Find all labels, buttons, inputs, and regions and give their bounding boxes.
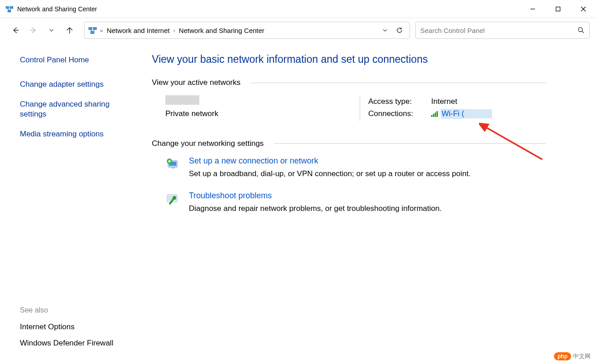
php-badge: php <box>554 352 571 360</box>
svg-rect-12 <box>93 27 97 30</box>
refresh-button[interactable] <box>392 23 407 37</box>
access-type-label: Access type: <box>368 96 430 107</box>
watermark: php 中文网 <box>554 352 591 360</box>
new-connection-icon <box>165 157 181 173</box>
breadcrumb-overflow[interactable]: « <box>99 27 104 34</box>
control-panel-home-link[interactable]: Control Panel Home <box>20 55 124 65</box>
connections-label: Connections: <box>368 108 430 120</box>
breadcrumb-network-internet[interactable]: Network and Internet <box>104 22 172 38</box>
main-panel: View your basic network information and … <box>145 42 596 364</box>
troubleshoot-link[interactable]: Troubleshoot problems <box>189 191 441 201</box>
forward-button[interactable] <box>24 21 42 39</box>
window-title: Network and Sharing Center <box>17 5 520 13</box>
svg-rect-0 <box>6 6 9 9</box>
svg-rect-20 <box>171 167 175 168</box>
navigation-bar: « Network and Internet › Network and Sha… <box>0 18 596 42</box>
address-bar[interactable]: « Network and Internet › Network and Sha… <box>84 22 410 39</box>
see-also-defender-firewall[interactable]: Windows Defender Firewall <box>20 339 145 348</box>
breadcrumb-network-sharing[interactable]: Network and Sharing Center <box>176 22 267 38</box>
svg-line-3 <box>7 9 9 10</box>
active-network-block: Private network Access type: Internet Co… <box>152 95 546 121</box>
change-settings-heading: Change your networking settings <box>152 139 264 148</box>
network-type-label: Private network <box>165 109 360 118</box>
sidebar-link-adapter[interactable]: Change adapter settings <box>20 79 124 89</box>
setting-troubleshoot: Troubleshoot problems Diagnose and repai… <box>152 191 546 213</box>
svg-rect-6 <box>556 7 560 11</box>
access-type-value: Internet <box>431 96 492 107</box>
wifi-signal-icon <box>431 111 438 117</box>
search-input[interactable] <box>420 27 577 34</box>
up-button[interactable] <box>61 21 79 39</box>
troubleshoot-icon <box>165 192 181 207</box>
watermark-text: 中文网 <box>573 352 591 360</box>
svg-line-14 <box>90 30 92 31</box>
network-center-icon <box>88 26 97 35</box>
sidebar: Control Panel Home Change adapter settin… <box>0 42 145 364</box>
close-button[interactable] <box>571 0 596 18</box>
page-heading: View your basic network information and … <box>152 53 546 65</box>
search-icon[interactable] <box>577 27 585 34</box>
troubleshoot-desc: Diagnose and repair network problems, or… <box>189 204 441 213</box>
setting-new-connection: Set up a new connection or network Set u… <box>152 156 546 178</box>
sidebar-link-media-streaming[interactable]: Media streaming options <box>20 129 124 139</box>
see-also-internet-options[interactable]: Internet Options <box>20 322 145 331</box>
svg-line-4 <box>10 9 11 10</box>
active-networks-heading: View your active networks <box>152 78 240 87</box>
svg-rect-1 <box>10 6 13 9</box>
network-center-icon <box>5 5 14 13</box>
setup-connection-link[interactable]: Set up a new connection or network <box>189 156 471 166</box>
svg-rect-13 <box>91 31 94 34</box>
setup-connection-desc: Set up a broadband, dial-up, or VPN conn… <box>189 169 471 178</box>
svg-rect-2 <box>8 10 11 12</box>
svg-line-17 <box>582 31 584 33</box>
svg-point-26 <box>173 196 176 200</box>
wifi-name-redacted <box>465 109 492 118</box>
back-button[interactable] <box>6 21 24 39</box>
address-dropdown[interactable] <box>378 23 392 37</box>
minimize-button[interactable] <box>520 0 545 18</box>
search-box[interactable] <box>415 22 590 39</box>
maximize-button[interactable] <box>545 0 571 18</box>
sidebar-link-advanced-sharing[interactable]: Change advanced sharing settings <box>20 99 124 119</box>
network-name-redacted <box>165 95 199 105</box>
svg-line-15 <box>93 30 94 31</box>
svg-point-16 <box>578 28 582 32</box>
svg-rect-11 <box>89 27 92 30</box>
see-also-heading: See also <box>20 306 145 314</box>
recent-dropdown[interactable] <box>42 21 61 39</box>
chevron-right-icon[interactable]: › <box>172 27 176 34</box>
title-bar: Network and Sharing Center <box>0 0 596 18</box>
wifi-connection-link[interactable]: Wi-Fi ( <box>441 109 465 119</box>
